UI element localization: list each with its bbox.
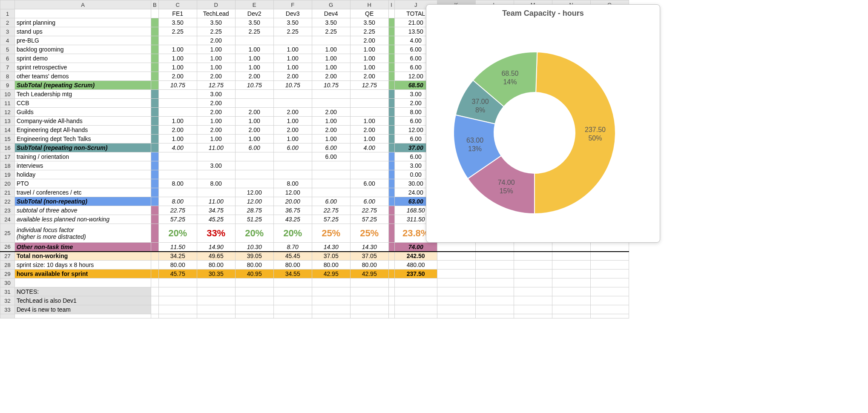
- value-cell[interactable]: 1.00: [312, 54, 350, 63]
- cell[interactable]: [312, 287, 350, 296]
- value-cell[interactable]: 3.00: [197, 161, 235, 170]
- value-cell[interactable]: 14.30: [350, 243, 388, 252]
- edge-cell[interactable]: [151, 270, 159, 278]
- value-cell[interactable]: 2.00: [235, 72, 273, 81]
- cell[interactable]: [437, 305, 475, 314]
- cell-I1[interactable]: [388, 9, 394, 18]
- value-cell[interactable]: [158, 188, 197, 197]
- data-row[interactable]: 27Total non-working34.2549.6539.0545.453…: [0, 252, 629, 261]
- value-cell[interactable]: [158, 90, 197, 99]
- value-cell[interactable]: 11.00: [197, 143, 235, 152]
- cell[interactable]: [312, 296, 350, 305]
- edge-cell[interactable]: [151, 99, 159, 108]
- value-cell[interactable]: 8.00: [197, 179, 235, 188]
- edge-cell[interactable]: [388, 215, 394, 224]
- cell[interactable]: [514, 270, 552, 278]
- value-cell[interactable]: [235, 152, 273, 161]
- value-cell[interactable]: [350, 99, 388, 108]
- value-cell[interactable]: 4.00: [350, 143, 388, 152]
- value-cell[interactable]: 45.45: [273, 252, 312, 261]
- cell[interactable]: [350, 296, 388, 305]
- value-cell[interactable]: 3.50: [312, 18, 350, 27]
- value-cell[interactable]: 1.00: [235, 135, 273, 143]
- row-header[interactable]: 3: [0, 27, 15, 36]
- cell[interactable]: [312, 278, 350, 287]
- edge-cell[interactable]: [388, 27, 394, 36]
- value-cell[interactable]: 22.75: [350, 206, 388, 215]
- value-cell[interactable]: 2.00: [273, 72, 312, 81]
- value-cell[interactable]: 2.00: [312, 126, 350, 135]
- label-cell[interactable]: Tech Leadership mtg: [15, 90, 151, 99]
- cell[interactable]: [273, 305, 312, 314]
- cell[interactable]: [552, 314, 590, 318]
- cell[interactable]: [197, 296, 235, 305]
- value-cell[interactable]: 4.00: [158, 143, 197, 152]
- cell[interactable]: [437, 278, 475, 287]
- cell[interactable]: [514, 305, 552, 314]
- cell[interactable]: [388, 296, 394, 305]
- header-D[interactable]: TechLead: [197, 9, 235, 18]
- value-cell[interactable]: 1.00: [312, 63, 350, 72]
- notes-cell[interactable]: TechLead is also Dev1: [15, 296, 151, 305]
- edge-cell[interactable]: [388, 108, 394, 117]
- edge-cell[interactable]: [388, 90, 394, 99]
- value-cell[interactable]: 8.70: [273, 243, 312, 252]
- label-cell[interactable]: other teams' demos: [15, 72, 151, 81]
- edge-cell[interactable]: [151, 72, 159, 81]
- cell[interactable]: [514, 287, 552, 296]
- value-cell[interactable]: 2.00: [235, 108, 273, 117]
- cell[interactable]: [235, 296, 273, 305]
- row-header[interactable]: 24: [0, 215, 15, 224]
- value-cell[interactable]: [158, 36, 197, 45]
- edge-cell[interactable]: [388, 63, 394, 72]
- value-cell[interactable]: [235, 161, 273, 170]
- value-cell[interactable]: 1.00: [312, 45, 350, 54]
- row-header[interactable]: 21: [0, 188, 15, 197]
- cell[interactable]: [235, 278, 273, 287]
- edge-cell[interactable]: [388, 152, 394, 161]
- col-G[interactable]: G: [312, 0, 350, 9]
- value-cell[interactable]: 30.35: [197, 270, 235, 278]
- cell[interactable]: [312, 314, 350, 318]
- value-cell[interactable]: 2.00: [197, 36, 235, 45]
- value-cell[interactable]: 2.00: [350, 126, 388, 135]
- label-cell[interactable]: sprint demo: [15, 54, 151, 63]
- row-header[interactable]: 20: [0, 179, 15, 188]
- cell[interactable]: [273, 287, 312, 296]
- edge-cell[interactable]: [151, 36, 159, 45]
- value-cell[interactable]: 1.00: [273, 135, 312, 143]
- value-cell[interactable]: 2.00: [197, 99, 235, 108]
- row-header[interactable]: 27: [0, 252, 15, 261]
- col-D[interactable]: D: [197, 0, 235, 9]
- cell[interactable]: [15, 278, 151, 287]
- data-row[interactable]: 28sprint size: 10 days x 8 hours80.0080.…: [0, 261, 629, 270]
- value-cell[interactable]: 1.00: [158, 117, 197, 126]
- label-cell[interactable]: Other non-task time: [15, 243, 151, 252]
- col-E[interactable]: E: [235, 0, 273, 9]
- label-cell[interactable]: sprint size: 10 days x 8 hours: [15, 261, 151, 270]
- value-cell[interactable]: 14.30: [312, 243, 350, 252]
- cell[interactable]: [475, 261, 514, 270]
- value-cell[interactable]: 1.00: [158, 54, 197, 63]
- label-cell[interactable]: PTO: [15, 179, 151, 188]
- value-cell[interactable]: 12.00: [235, 197, 273, 206]
- row-header[interactable]: 23: [0, 206, 15, 215]
- label-cell[interactable]: subtotal of three above: [15, 206, 151, 215]
- value-cell[interactable]: [273, 90, 312, 99]
- cell[interactable]: [590, 305, 629, 314]
- value-cell[interactable]: 10.75: [235, 81, 273, 90]
- cell[interactable]: [590, 252, 629, 261]
- value-cell[interactable]: 6.00: [350, 179, 388, 188]
- header-F[interactable]: Dev3: [273, 9, 312, 18]
- header-E[interactable]: Dev2: [235, 9, 273, 18]
- value-cell[interactable]: 40.95: [235, 270, 273, 278]
- cell[interactable]: [388, 305, 394, 314]
- value-cell[interactable]: 2.25: [158, 27, 197, 36]
- value-cell[interactable]: 57.25: [158, 215, 197, 224]
- total-cell[interactable]: 480.00: [394, 261, 437, 270]
- row-header[interactable]: 11: [0, 99, 15, 108]
- cell[interactable]: [590, 243, 629, 252]
- edge-cell[interactable]: [151, 63, 159, 72]
- edge-cell[interactable]: [388, 45, 394, 54]
- label-cell[interactable]: individual focus factor(higher is more d…: [15, 224, 151, 243]
